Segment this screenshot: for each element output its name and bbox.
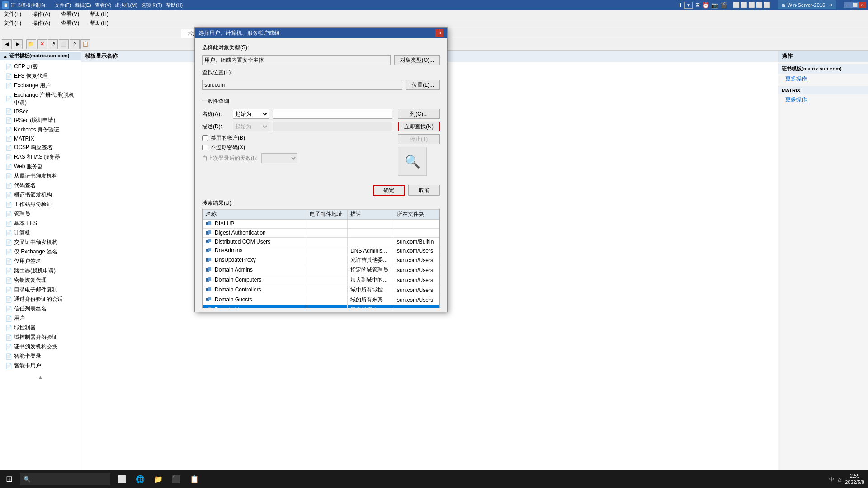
object-type-label: 选择此对象类型(S): xyxy=(202,44,249,52)
table-row[interactable]: DIALUP xyxy=(203,220,439,229)
table-row[interactable]: Digest Authentication xyxy=(203,228,439,237)
group-icon xyxy=(206,296,213,303)
cancel-btn[interactable]: 取消 xyxy=(408,185,440,196)
group-icon xyxy=(206,286,213,293)
row-desc xyxy=(348,220,394,229)
row-folder xyxy=(394,228,439,237)
query-section: 名称(A): 起始为 描述(D): 起始为 xyxy=(202,109,440,176)
table-row[interactable]: Domain Controllers域中所有域控...sun.com/Users xyxy=(203,285,439,295)
svg-rect-8 xyxy=(206,240,208,242)
svg-rect-11 xyxy=(206,249,208,251)
table-row[interactable]: Domain Guests域的所有来宾sun.com/Users xyxy=(203,295,439,305)
location-input-row: 位置(L)... xyxy=(202,80,440,90)
svg-rect-2 xyxy=(206,222,208,225)
checkbox-disabled-row: 禁用的帐户(B) xyxy=(202,134,392,142)
row-name: Domain Guests xyxy=(215,296,252,303)
object-type-row: 选择此对象类型(S): xyxy=(202,44,440,52)
row-desc: 指定的域管理员 xyxy=(348,265,394,275)
object-type-input[interactable] xyxy=(202,55,391,65)
row-desc: 所有域用户 xyxy=(348,305,394,308)
svg-rect-28 xyxy=(208,307,211,308)
days-select xyxy=(261,153,297,163)
table-row[interactable]: DnsAdminsDNS Adminis...sun.com/Users xyxy=(203,246,439,255)
row-name: DnsAdmins xyxy=(215,247,242,253)
group-icon xyxy=(206,221,213,227)
svg-rect-17 xyxy=(206,268,208,271)
row-folder: sun.com/Builtin xyxy=(394,237,439,246)
columns-btn[interactable]: 列(C)... xyxy=(398,109,440,119)
row-email xyxy=(307,246,348,255)
modal-titlebar: 选择用户、计算机、服务帐户或组 ✕ xyxy=(195,28,447,38)
row-email xyxy=(307,265,348,275)
table-row[interactable]: Domain Computers加入到域中的...sun.com/Users xyxy=(203,275,439,285)
col-folder: 所在文件夹 xyxy=(394,210,439,220)
table-row[interactable]: Domain Admins指定的域管理员sun.com/Users xyxy=(203,265,439,275)
modal-close-btn[interactable]: ✕ xyxy=(435,29,443,37)
col-email: 电子邮件地址 xyxy=(307,210,348,220)
name-select[interactable]: 起始为 xyxy=(233,109,269,119)
search-now-btn[interactable]: 立即查找(N) xyxy=(398,122,440,131)
table-row[interactable]: Distributed COM Userssun.com/Builtin xyxy=(203,237,439,246)
desc-select: 起始为 xyxy=(233,122,269,131)
group-icon xyxy=(206,239,213,245)
row-folder: sun.com/Users xyxy=(394,246,439,255)
row-desc: 域中所有域控... xyxy=(348,285,394,295)
row-folder: sun.com/Users xyxy=(394,255,439,265)
query-left: 名称(A): 起始为 描述(D): 起始为 xyxy=(202,109,392,176)
location-label: 查找位置(F): xyxy=(202,69,238,76)
row-name: Distributed COM Users xyxy=(215,239,270,245)
row-folder: sun.com/Users xyxy=(394,295,439,305)
group-icon xyxy=(206,277,213,283)
row-name: Domain Controllers xyxy=(215,286,261,293)
row-name: Domain Admins xyxy=(215,267,253,273)
name-label: 名称(A): xyxy=(202,110,229,118)
svg-rect-14 xyxy=(206,258,208,261)
days-label: 自上次登录后的天数(I): xyxy=(202,155,258,162)
checkbox-disabled[interactable] xyxy=(202,135,208,141)
col-name: 名称 xyxy=(203,210,307,220)
stop-btn[interactable]: 停止(T) xyxy=(398,134,440,144)
row-folder: sun.com/Users xyxy=(394,275,439,285)
group-icon xyxy=(206,247,213,253)
modal-title-text: 选择用户、计算机、服务帐户或组 xyxy=(198,29,435,37)
ok-btn[interactable]: 确定 xyxy=(373,185,405,196)
row-email xyxy=(307,255,348,265)
row-desc: 允许替其他委... xyxy=(348,255,394,265)
row-email xyxy=(307,305,348,308)
object-type-input-row: 对象类型(O)... xyxy=(202,55,440,65)
divider1 xyxy=(202,94,440,94)
location-btn[interactable]: 位置(L)... xyxy=(406,80,440,90)
svg-rect-26 xyxy=(206,298,208,300)
row-desc: DNS Adminis... xyxy=(348,246,394,255)
row-folder: sun.com/Users xyxy=(394,285,439,295)
search-results-label: 搜索结果(U): xyxy=(202,199,440,207)
search-results-section: 搜索结果(U): 名称 电子邮件地址 描述 所在文件夹 xyxy=(195,199,447,312)
row-folder xyxy=(394,220,439,229)
checkbox-noexpiry[interactable] xyxy=(202,145,208,150)
svg-rect-16 xyxy=(208,267,211,271)
row-name: Digest Authentication xyxy=(215,230,266,236)
desc-input xyxy=(273,122,392,131)
row-name: DnsUpdateProxy xyxy=(215,257,256,263)
row-email xyxy=(307,220,348,229)
table-row[interactable]: Domain Users所有域用户sun.com/Users xyxy=(203,305,439,308)
checkbox-noexpiry-label: 不过期密码(X) xyxy=(211,144,245,151)
results-container[interactable]: 名称 电子邮件地址 描述 所在文件夹 DIALUPDigest Authenti… xyxy=(202,209,440,308)
row-desc: 域的所有来宾 xyxy=(348,295,394,305)
name-input[interactable] xyxy=(273,109,392,119)
days-row: 自上次登录后的天数(I): xyxy=(202,153,392,163)
group-icon xyxy=(206,306,213,308)
desc-row: 描述(D): 起始为 xyxy=(202,122,392,131)
object-type-btn[interactable]: 对象类型(O)... xyxy=(394,55,440,65)
location-input[interactable] xyxy=(202,80,402,90)
group-icon xyxy=(206,257,213,263)
svg-rect-23 xyxy=(206,288,208,291)
results-table: 名称 电子邮件地址 描述 所在文件夹 DIALUPDigest Authenti… xyxy=(203,209,439,308)
table-row[interactable]: DnsUpdateProxy允许替其他委...sun.com/Users xyxy=(203,255,439,265)
desktop: 📋 证书模板控制台 文件(F) 编辑(E) 查看(V) 虚拟机(M) 选项卡(T… xyxy=(0,0,868,488)
group-icon xyxy=(206,267,213,273)
row-email xyxy=(307,237,348,246)
desc-label: 描述(D): xyxy=(202,123,229,131)
col-desc: 描述 xyxy=(348,210,394,220)
search-image: 🔍 xyxy=(398,147,427,176)
